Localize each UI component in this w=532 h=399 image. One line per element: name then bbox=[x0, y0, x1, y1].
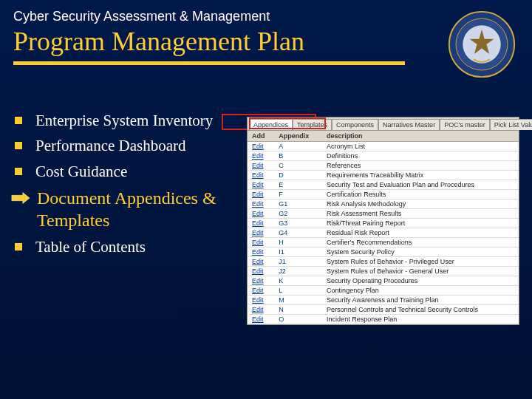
table-row: EditG4Residual Risk Report bbox=[248, 228, 519, 238]
appendix-cell: G2 bbox=[274, 209, 322, 219]
table-row: EditI1System Security Policy bbox=[248, 248, 519, 257]
edit-link[interactable]: Edit bbox=[248, 219, 274, 228]
table-row: EditFCertification Results bbox=[248, 190, 519, 200]
tab-components[interactable]: Components bbox=[332, 119, 378, 130]
item-label: Cost Guidance bbox=[35, 162, 127, 181]
item-label: Document Appendices & Templates bbox=[37, 187, 244, 231]
col-appendix: Appendix bbox=[274, 131, 322, 142]
tab-appendices[interactable]: Appendices bbox=[249, 119, 293, 130]
col-description: description bbox=[322, 131, 519, 142]
description-cell: Definitions bbox=[322, 151, 519, 161]
edit-link[interactable]: Edit bbox=[248, 238, 274, 248]
edit-link[interactable]: Edit bbox=[248, 180, 274, 190]
table-row: EditDRequirements Traceability Matrix bbox=[248, 171, 519, 180]
appendix-cell: I1 bbox=[274, 248, 322, 257]
table-row: EditMSecurity Awareness and Training Pla… bbox=[248, 296, 519, 305]
list-item: Performance Dashboard bbox=[15, 136, 244, 155]
description-cell: Contingency Plan bbox=[322, 286, 519, 296]
table-row: EditNPersonnel Controls and Technical Se… bbox=[248, 305, 519, 315]
edit-link[interactable]: Edit bbox=[248, 267, 274, 276]
edit-link[interactable]: Edit bbox=[248, 200, 274, 209]
table-row: EditG1Risk Analysis Methodology bbox=[248, 200, 519, 209]
tab-poc[interactable]: POC's master bbox=[440, 119, 490, 130]
col-add: Add bbox=[248, 131, 274, 142]
table-row: EditOIncident Response Plan bbox=[248, 315, 519, 324]
item-label: Table of Contents bbox=[35, 237, 146, 256]
edit-link[interactable]: Edit bbox=[248, 276, 274, 286]
app-screenshot: Appendices Templates Components Narrativ… bbox=[247, 117, 519, 325]
appendix-cell: G4 bbox=[274, 228, 322, 238]
table-row: EditCReferences bbox=[248, 161, 519, 171]
edit-link[interactable]: Edit bbox=[248, 161, 274, 171]
tab-picklist[interactable]: Pick List Values bbox=[490, 119, 532, 130]
item-label: Performance Dashboard bbox=[35, 136, 186, 155]
appendix-cell: G1 bbox=[274, 200, 322, 209]
edit-link[interactable]: Edit bbox=[248, 142, 274, 151]
description-cell: Personnel Controls and Technical Securit… bbox=[322, 305, 519, 315]
edit-link[interactable]: Edit bbox=[248, 257, 274, 267]
description-cell: Security Awareness and Training Plan bbox=[322, 296, 519, 305]
edit-link[interactable]: Edit bbox=[248, 286, 274, 296]
edit-link[interactable]: Edit bbox=[248, 248, 274, 257]
edit-link[interactable]: Edit bbox=[248, 296, 274, 305]
description-cell: Risk Assessment Results bbox=[322, 209, 519, 219]
table-header-row: Add Appendix description bbox=[248, 131, 519, 142]
tab-templates[interactable]: Templates bbox=[293, 119, 332, 130]
edit-link[interactable]: Edit bbox=[248, 171, 274, 180]
tab-narratives[interactable]: Narratives Master bbox=[378, 119, 440, 130]
description-cell: System Security Policy bbox=[322, 248, 519, 257]
table-row: EditJ2System Rules of Behavior - General… bbox=[248, 267, 519, 276]
table-row: EditHCertifier's Recommendations bbox=[248, 238, 519, 248]
appendix-cell: E bbox=[274, 180, 322, 190]
table-row: EditKSecurity Operating Procedures bbox=[248, 276, 519, 286]
description-cell: Incident Response Plan bbox=[322, 315, 519, 324]
description-cell: Certifier's Recommendations bbox=[322, 238, 519, 248]
appendix-cell: H bbox=[274, 238, 322, 248]
table-row: EditG3Risk/Threat Pairing Report bbox=[248, 219, 519, 228]
list-item: Enterprise System Inventory bbox=[15, 111, 244, 130]
item-label: Enterprise System Inventory bbox=[35, 111, 213, 130]
appendix-cell: J1 bbox=[274, 257, 322, 267]
description-cell: Requirements Traceability Matrix bbox=[322, 171, 519, 180]
appendix-cell: J2 bbox=[274, 267, 322, 276]
doj-seal bbox=[448, 10, 516, 78]
appendix-cell: A bbox=[274, 142, 322, 151]
description-cell: Security Test and Evaluation Plan and Pr… bbox=[322, 180, 519, 190]
edit-link[interactable]: Edit bbox=[248, 190, 274, 200]
table-row: EditBDefinitions bbox=[248, 151, 519, 161]
bullet-icon bbox=[15, 168, 22, 175]
table-row: EditLContingency Plan bbox=[248, 286, 519, 296]
edit-link[interactable]: Edit bbox=[248, 305, 274, 315]
slide-title: Program Management Plan bbox=[13, 26, 519, 57]
appendix-cell: L bbox=[274, 286, 322, 296]
bullet-icon bbox=[15, 243, 22, 250]
description-cell: System Rules of Behavior - Privileged Us… bbox=[322, 257, 519, 267]
list-item-highlighted: Document Appendices & Templates bbox=[15, 187, 244, 231]
edit-link[interactable]: Edit bbox=[248, 315, 274, 324]
edit-link[interactable]: Edit bbox=[248, 151, 274, 161]
edit-link[interactable]: Edit bbox=[248, 209, 274, 219]
appendix-cell: N bbox=[274, 305, 322, 315]
bullet-list: Enterprise System Inventory Performance … bbox=[15, 111, 244, 262]
bullet-icon bbox=[15, 117, 22, 124]
list-item: Cost Guidance bbox=[15, 162, 244, 181]
description-cell: References bbox=[322, 161, 519, 171]
appendix-cell: C bbox=[274, 161, 322, 171]
appendix-cell: O bbox=[274, 315, 322, 324]
description-cell: Risk Analysis Methodology bbox=[322, 200, 519, 209]
description-cell: Certification Results bbox=[322, 190, 519, 200]
appendix-cell: K bbox=[274, 276, 322, 286]
description-cell: Risk/Threat Pairing Report bbox=[322, 219, 519, 228]
appendix-cell: B bbox=[274, 151, 322, 161]
appendix-table: Add Appendix description EditAAcronym Li… bbox=[248, 131, 519, 324]
description-cell: System Rules of Behavior - General User bbox=[322, 267, 519, 276]
appendix-cell: M bbox=[274, 296, 322, 305]
appendix-cell: D bbox=[274, 171, 322, 180]
description-cell: Security Operating Procedures bbox=[322, 276, 519, 286]
appendix-cell: F bbox=[274, 190, 322, 200]
edit-link[interactable]: Edit bbox=[248, 228, 274, 238]
list-item: Table of Contents bbox=[15, 237, 244, 256]
description-cell: Residual Risk Report bbox=[322, 228, 519, 238]
arrow-icon bbox=[10, 191, 31, 205]
table-row: EditAAcronym List bbox=[248, 142, 519, 151]
